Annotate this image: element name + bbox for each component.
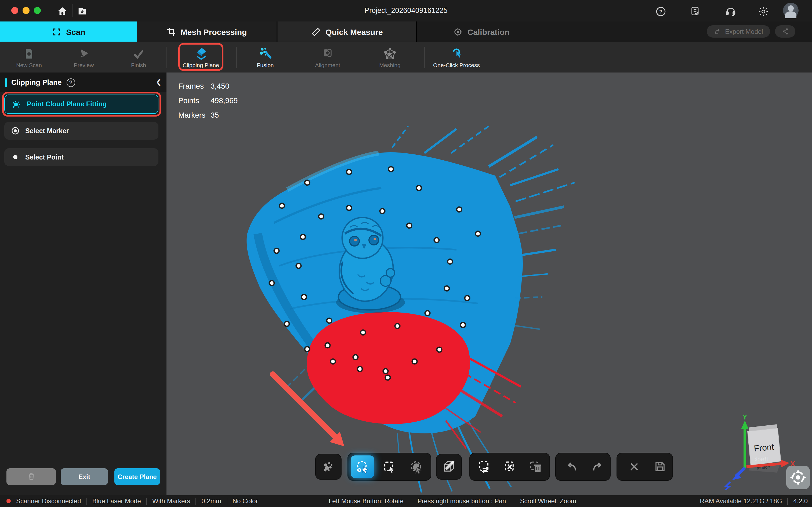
finish-check-icon [132,47,145,60]
release-notes-icon[interactable] [689,5,702,18]
toolbar-label: Finish [131,61,146,68]
new-scan-button[interactable]: New Scan [6,44,52,71]
toolbar-label: Meshing [379,61,400,68]
scan-stats: Frames3,450 Points498,969 Markers35 [178,79,238,122]
hint-rotate: Left Mouse Button: Rotate [329,497,404,505]
tab-label: Mesh Processing [181,27,247,36]
support-headset-icon[interactable] [724,5,737,18]
scan-frame-icon [52,26,62,37]
toolbar-label: Preview [74,61,94,68]
status-bar: Scanner Disconnected Blue Laser Mode Wit… [0,495,812,507]
panel-title: Clipping Plane [11,78,62,87]
divider [236,47,237,68]
export-model-label: Export Model [725,27,763,35]
orientation-gizmo[interactable]: Y Front Back Bottom X [714,410,795,490]
cutting-plane-view-button[interactable] [436,454,462,480]
create-plane-button[interactable]: Create Plane [114,468,160,485]
one-click-icon [450,47,463,60]
toolbar-label: New Scan [16,61,42,68]
delete-plane-button[interactable] [6,468,56,485]
titlebar: Project_20260409161225 ? [0,0,812,21]
hint-pan: Press right mouse button : Pan [417,497,506,505]
rectangle-select-button[interactable] [378,455,401,478]
marker-ring-icon [11,126,20,135]
stat-points: Points498,969 [178,94,238,108]
divider [227,498,227,505]
redo-icon [590,460,604,474]
invert-selection-button[interactable] [473,455,496,478]
invert-selection-icon [477,460,491,474]
tab-calibration[interactable]: Calibration [417,21,545,42]
delete-selection-icon [529,460,543,474]
clipping-plane-eraser-icon [194,47,208,60]
process-toolbar: New Scan Preview Finish Clipping Plane F… [0,42,812,72]
app-version: 4.2.0 [794,497,808,505]
tab-label: Scan [66,27,85,36]
mode-tab-bar: Scan Mesh Processing Quick Measure Calib… [0,21,812,42]
alignment-button[interactable]: Alignment [304,44,351,71]
fusion-wand-icon [258,47,272,60]
tab-scan[interactable]: Scan [0,21,137,42]
sidebar-item-select-point[interactable]: Select Point [4,148,159,166]
save-clipping-button[interactable] [649,455,671,478]
ruler-icon [311,26,321,37]
divider [147,498,147,505]
export-icon [714,27,722,36]
fusion-button[interactable]: Fusion [242,44,288,71]
clipping-plane-button[interactable]: Clipping Plane [178,44,224,71]
stat-markers: Markers35 [178,108,238,122]
create-plane-label: Create Plane [118,473,157,481]
one-click-process-button[interactable]: One-Click Process [427,44,486,71]
laser-mode: Blue Laser Mode [93,497,141,505]
tab-mesh-processing[interactable]: Mesh Processing [137,21,277,42]
point-dot-icon [11,153,20,162]
cutting-plane-cube-icon [442,459,457,474]
exit-label: Exit [78,473,90,481]
delete-selection-button[interactable] [524,455,548,478]
accent-bar [5,78,7,87]
divider [167,47,167,68]
show-markers-toggle-button[interactable] [315,454,342,480]
tab-label: Calibration [467,27,510,36]
settings-gear-icon[interactable] [757,5,769,18]
export-model-button[interactable]: Export Model [707,25,770,38]
3d-viewport[interactable]: Frames3,450 Points498,969 Markers35 [167,72,812,495]
lasso-select-button[interactable] [351,455,374,478]
toolbar-label: One-Click Process [433,62,480,68]
preview-icon [77,47,90,60]
resolution: 0.2mm [201,497,221,505]
crop-icon [167,27,176,37]
svg-text:?: ? [659,9,662,14]
collapse-panel-icon[interactable]: ❮ [156,78,162,86]
alignment-icon [321,47,334,60]
rectangle-select-icon [382,459,397,474]
cancel-clipping-button[interactable] [624,455,645,478]
new-scan-file-icon [22,47,36,60]
axis-y-label: Y [743,413,747,421]
deselect-all-button[interactable] [499,455,522,478]
user-avatar[interactable] [783,3,799,18]
undo-redo-group [555,453,611,481]
finish-button[interactable]: Finish [115,44,162,71]
redo-button[interactable] [586,455,608,478]
preview-button[interactable]: Preview [61,44,107,71]
sidebar-header: Clipping Plane ? ❮ [0,72,167,92]
reset-view-compass-button[interactable] [786,466,810,489]
meshing-button[interactable]: Meshing [367,44,413,71]
panel-help-icon[interactable]: ? [67,78,75,87]
ram-available: RAM Available 12.21G / 18G [700,497,782,505]
tab-quick-measure[interactable]: Quick Measure [278,21,417,42]
help-icon[interactable]: ? [654,5,667,18]
share-icon [781,27,789,36]
sidebar-item-point-cloud-plane-fitting[interactable]: Point Cloud Plane Fitting [4,95,159,114]
lasso-select-icon [355,459,370,474]
divider [195,498,196,505]
sidebar-item-select-marker[interactable]: Select Marker [4,122,159,139]
share-button[interactable] [775,25,795,38]
deselect-icon [503,460,517,474]
exit-button[interactable]: Exit [61,468,108,485]
selected-region-red [307,312,470,424]
paint-select-button[interactable] [404,455,428,478]
scanner-status: Scanner Disconnected [16,497,81,505]
undo-button[interactable] [561,455,583,478]
